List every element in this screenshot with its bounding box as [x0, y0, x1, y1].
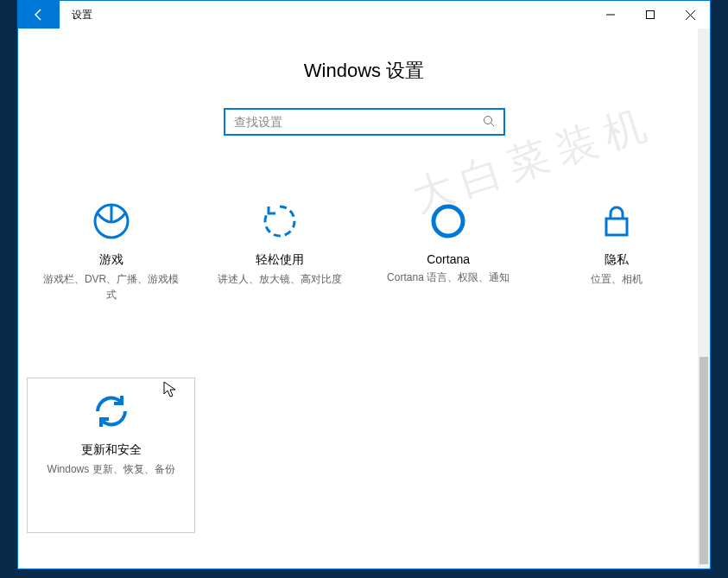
minimize-icon: [606, 10, 615, 19]
window-controls: [591, 1, 710, 29]
tile-desc: Cortana 语言、权限、通知: [387, 270, 510, 285]
settings-window: 设置 大白菜装机 Windows 设置: [17, 0, 711, 569]
tile-ease-of-access[interactable]: 轻松使用 讲述人、放大镜、高对比度: [195, 187, 364, 343]
tile-title: 更新和安全: [81, 442, 142, 458]
titlebar: 设置: [18, 1, 710, 29]
close-icon: [686, 10, 695, 20]
tile-privacy[interactable]: 隐私 位置、相机: [533, 187, 701, 343]
tile-desc: 位置、相机: [591, 271, 643, 287]
search-icon: [483, 115, 495, 130]
arrow-left-icon: [32, 8, 46, 22]
svg-point-4: [434, 206, 463, 236]
update-icon: [92, 392, 130, 430]
svg-rect-0: [647, 11, 655, 19]
gaming-icon: [92, 202, 130, 240]
tile-desc: 游戏栏、DVR、广播、游戏模式: [42, 271, 180, 302]
tile-desc: 讲述人、放大镜、高对比度: [218, 271, 342, 287]
maximize-button[interactable]: [630, 1, 670, 29]
maximize-icon: [646, 10, 655, 19]
scrollbar-thumb[interactable]: [700, 357, 708, 564]
tile-title: 轻松使用: [256, 252, 304, 268]
close-button[interactable]: [670, 1, 710, 29]
search-input[interactable]: [234, 115, 483, 129]
tile-title: 隐私: [605, 252, 629, 268]
ease-of-access-icon: [261, 202, 299, 240]
tile-title: 游戏: [99, 252, 123, 268]
tile-update-security[interactable]: 更新和安全 Windows 更新、恢复、备份: [27, 378, 195, 533]
tile-desc: Windows 更新、恢复、备份: [47, 461, 175, 477]
cortana-icon: [429, 202, 467, 240]
svg-point-1: [484, 116, 491, 124]
svg-rect-5: [606, 219, 627, 235]
search-wrap: [18, 108, 710, 136]
tile-cortana[interactable]: Cortana Cortana 语言、权限、通知: [364, 187, 533, 343]
tile-title: Cortana: [427, 252, 470, 266]
search-box[interactable]: [224, 108, 505, 136]
tiles-grid: 游戏 游戏栏、DVR、广播、游戏模式 轻松使用 讲述人、放大镜、高对比度: [18, 187, 710, 533]
scrollbar[interactable]: [698, 29, 710, 568]
page-title: Windows 设置: [18, 58, 710, 84]
privacy-icon: [598, 202, 636, 240]
window-title: 设置: [72, 8, 92, 22]
tile-gaming[interactable]: 游戏 游戏栏、DVR、广播、游戏模式: [27, 187, 195, 343]
back-button[interactable]: [18, 1, 60, 29]
minimize-button[interactable]: [591, 1, 630, 29]
content-area: 大白菜装机 Windows 设置 游戏 游戏栏: [18, 29, 710, 568]
